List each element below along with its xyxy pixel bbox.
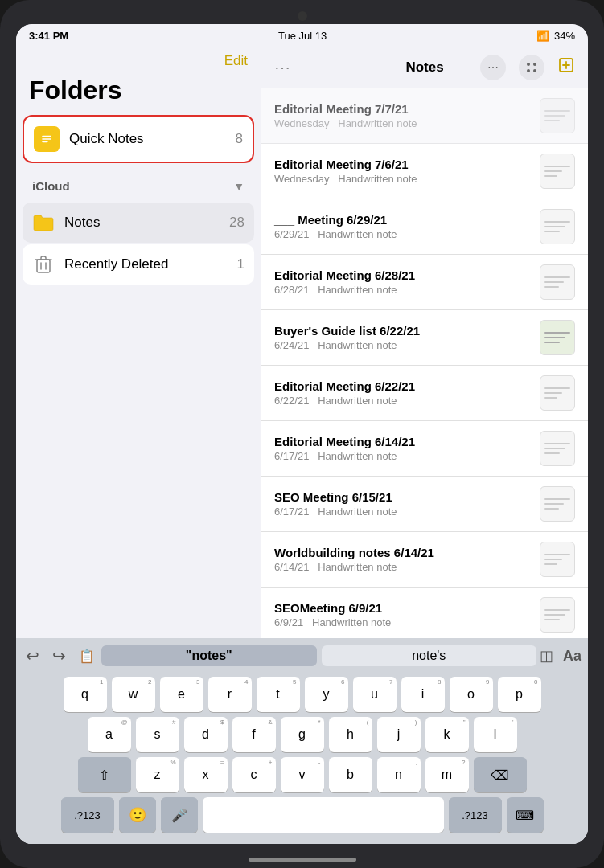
- trash-icon: [32, 253, 55, 276]
- status-date: Tue Jul 13: [278, 30, 327, 42]
- emoji-button[interactable]: 🙂: [119, 797, 156, 833]
- camera-notch: [298, 11, 307, 21]
- more-options-button[interactable]: ⋯: [480, 55, 506, 80]
- hide-keyboard-button[interactable]: ⌨: [507, 797, 544, 833]
- key-k[interactable]: k": [425, 717, 469, 752]
- icloud-chevron-icon: ▼: [233, 180, 244, 193]
- num-button[interactable]: .?123: [61, 797, 114, 833]
- text-size-icon[interactable]: Aa: [563, 648, 581, 665]
- grid-icon[interactable]: ◫: [540, 647, 553, 665]
- key-l[interactable]: l': [474, 717, 517, 752]
- key-row-2: a@ s# d$ f& g* h( j) k" l': [19, 717, 585, 752]
- compose-button[interactable]: [557, 56, 575, 79]
- key-j[interactable]: j): [377, 717, 421, 752]
- key-q[interactable]: q1: [64, 677, 107, 712]
- notes-panel-title: Notes: [405, 59, 443, 76]
- list-item[interactable]: Editorial Meeting 6/14/21 6/17/21 Handwr…: [261, 421, 588, 477]
- note-info: SEO Meeting 6/15/21 6/17/21 Handwritten …: [274, 490, 530, 518]
- paste-button[interactable]: 📋: [76, 645, 98, 667]
- sidebar-list: Quick Notes 8 iCloud ▼: [16, 115, 261, 638]
- key-a[interactable]: a@: [88, 717, 131, 752]
- quick-notes-icon: [34, 126, 60, 152]
- list-item[interactable]: Editorial Meeting 6/22/21 6/22/21 Handwr…: [261, 366, 588, 421]
- suggestion-2[interactable]: note's: [322, 645, 537, 666]
- recently-deleted-item[interactable]: Recently Deleted 1: [23, 244, 254, 285]
- key-b[interactable]: b!: [329, 757, 372, 792]
- key-g[interactable]: g*: [281, 717, 324, 752]
- key-w[interactable]: w2: [112, 677, 155, 712]
- list-item[interactable]: ___ Meeting 6/29/21 6/29/21 Handwritten …: [261, 199, 588, 255]
- note-thumbnail: [540, 542, 575, 577]
- list-item[interactable]: SEO Meeting 6/15/21 6/17/21 Handwritten …: [261, 477, 588, 532]
- status-bar: 3:41 PM Tue Jul 13 📶 34%: [16, 24, 588, 47]
- key-v[interactable]: v-: [281, 757, 324, 792]
- list-item[interactable]: Editorial Meeting 6/28/21 6/28/21 Handwr…: [261, 255, 588, 310]
- delete-button[interactable]: ⌫: [474, 757, 527, 792]
- note-meta: 6/17/21 Handwritten note: [274, 450, 530, 462]
- key-e[interactable]: e3: [160, 677, 203, 712]
- svg-rect-2: [42, 138, 51, 140]
- key-f[interactable]: f&: [232, 717, 276, 752]
- note-meta: Wednesday Handwritten note: [274, 117, 530, 129]
- sidebar: Edit Folders Qu: [16, 47, 261, 638]
- pred-right-actions: ◫ Aa: [540, 647, 581, 665]
- key-u[interactable]: u7: [353, 677, 397, 712]
- sidebar-header: Edit: [16, 47, 261, 72]
- quick-notes-label: Quick Notes: [69, 131, 236, 147]
- key-p[interactable]: p0: [498, 677, 541, 712]
- note-meta: 6/9/21 Handwritten note: [274, 616, 530, 628]
- note-title: Buyer's Guide list 6/22/21: [274, 324, 530, 338]
- note-meta: Wednesday Handwritten note: [274, 173, 530, 185]
- key-i[interactable]: i8: [401, 677, 445, 712]
- list-item[interactable]: Buyer's Guide list 6/22/21 6/24/21 Handw…: [261, 310, 588, 366]
- key-s[interactable]: s#: [136, 717, 179, 752]
- note-meta: 6/14/21 Handwritten note: [274, 561, 530, 573]
- key-r[interactable]: r4: [208, 677, 252, 712]
- list-item[interactable]: SEOMeeting 6/9/21 6/9/21 Handwritten not…: [261, 588, 588, 638]
- quick-notes-count: 8: [236, 131, 243, 147]
- note-title: Editorial Meeting 7/7/21: [274, 102, 530, 116]
- note-meta: 6/24/21 Handwritten note: [274, 339, 530, 351]
- key-row-3: ⇧ z% x= c+ v- b! n, m? ⌫: [19, 757, 585, 792]
- note-thumbnail: [540, 154, 575, 189]
- key-t[interactable]: t5: [257, 677, 300, 712]
- folder-icon: [32, 211, 55, 234]
- notes-panel: ⋯ Notes ⋯: [261, 47, 588, 638]
- note-info: Editorial Meeting 6/22/21 6/22/21 Handwr…: [274, 379, 530, 407]
- key-h[interactable]: h(: [329, 717, 372, 752]
- space-button[interactable]: [203, 797, 444, 833]
- main-content: Edit Folders Qu: [16, 47, 588, 638]
- note-thumbnail: [540, 264, 575, 300]
- notes-list: Editorial Meeting 7/7/21 Wednesday Handw…: [261, 88, 588, 638]
- key-m[interactable]: m?: [425, 757, 469, 792]
- view-options-button[interactable]: [519, 55, 544, 80]
- quick-notes-item[interactable]: Quick Notes 8: [23, 115, 254, 163]
- suggestion-1[interactable]: "notes": [101, 645, 317, 666]
- note-meta: 6/29/21 Handwritten note: [274, 228, 530, 240]
- mic-button[interactable]: 🎤: [161, 797, 198, 833]
- shift-button[interactable]: ⇧: [78, 757, 131, 792]
- note-thumbnail: [540, 486, 575, 522]
- key-o[interactable]: o9: [450, 677, 493, 712]
- undo-button[interactable]: ↩: [23, 643, 43, 669]
- key-z[interactable]: z%: [136, 757, 179, 792]
- list-item[interactable]: Worldbuilding notes 6/14/21 6/14/21 Hand…: [261, 532, 588, 588]
- note-thumbnail: [540, 209, 575, 244]
- status-right: 📶 34%: [536, 30, 575, 42]
- note-info: Editorial Meeting 7/7/21 Wednesday Handw…: [274, 102, 530, 129]
- key-d[interactable]: d$: [184, 717, 228, 752]
- list-item[interactable]: Editorial Meeting 7/6/21 Wednesday Handw…: [261, 144, 588, 199]
- num-button-right[interactable]: .?123: [449, 797, 502, 833]
- key-n[interactable]: n,: [377, 757, 421, 792]
- edit-button[interactable]: Edit: [224, 53, 248, 69]
- key-x[interactable]: x=: [184, 757, 228, 792]
- key-y[interactable]: y6: [305, 677, 348, 712]
- key-c[interactable]: c+: [232, 757, 276, 792]
- icloud-section: iCloud ▼: [23, 166, 254, 203]
- redo-button[interactable]: ↪: [49, 643, 69, 669]
- icloud-title: iCloud: [32, 179, 70, 193]
- note-info: Buyer's Guide list 6/22/21 6/24/21 Handw…: [274, 324, 530, 351]
- key-row-4: .?123 🙂 🎤 .?123 ⌨: [19, 797, 585, 833]
- notes-folder-item[interactable]: Notes 28: [23, 203, 254, 243]
- list-item[interactable]: Editorial Meeting 7/7/21 Wednesday Handw…: [261, 88, 588, 144]
